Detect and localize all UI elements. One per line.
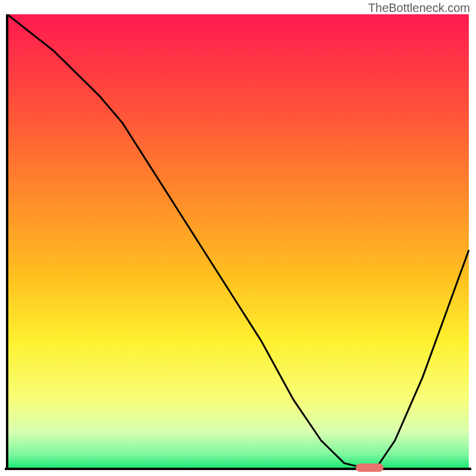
- watermark-text: TheBottleneck.com: [368, 1, 470, 15]
- optimal-marker: [356, 464, 384, 472]
- chart-background: [7, 14, 469, 468]
- chart-svg: [5, 14, 471, 472]
- bottleneck-chart: [5, 14, 471, 472]
